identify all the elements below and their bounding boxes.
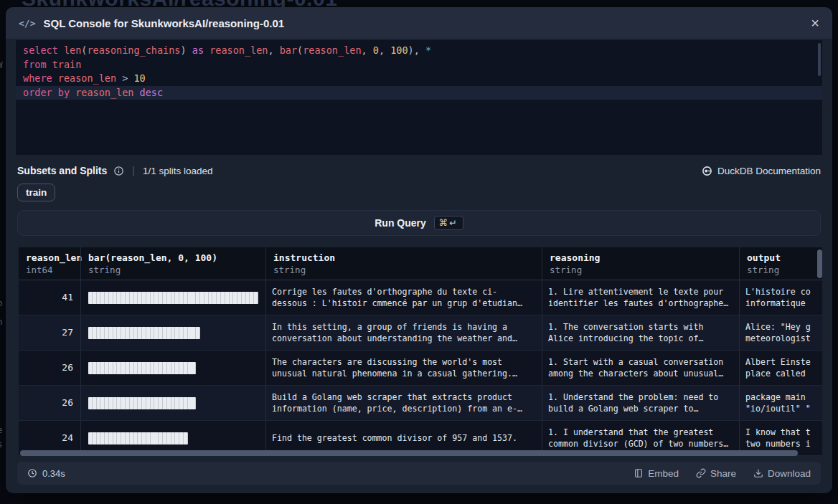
cell-reason-len: 26 — [19, 386, 80, 420]
cell-reasoning: 1. The conversation starts withAlice int… — [542, 315, 739, 350]
sql-line[interactable]: select len(reasoning_chains) as reason_l… — [16, 44, 822, 58]
cell-instruction: The characters are discussing the world'… — [265, 351, 542, 385]
table-row[interactable]: 27 In this setting, a group of friends i… — [19, 315, 822, 351]
sql-editor[interactable]: select len(reasoning_chains) as reason_l… — [16, 40, 822, 155]
footer-actions: Embed Share Download — [634, 468, 811, 479]
modal-footer: 0.34s Embed Share Download — [17, 462, 821, 485]
table-row[interactable]: 26 The characters are discussing the wor… — [19, 351, 822, 386]
splits-chip-row: train — [17, 184, 55, 201]
bar-visualization — [88, 327, 200, 339]
column-header-bar: bar(reason_len, 0, 100) string — [80, 247, 265, 280]
bar-visualization — [88, 432, 188, 444]
duckdb-documentation-label: DuckDB Documentation — [717, 166, 821, 176]
vertical-scrollbar-thumb[interactable] — [817, 249, 822, 278]
cell-bar — [80, 280, 265, 315]
sql-console-modal: </> SQL Console for SkunkworksAI/reasoni… — [6, 7, 832, 493]
table-body: 41 Corrige les fautes d'orthographe du t… — [19, 280, 822, 456]
cell-output: Alice: "Hey gmeteorologist — [739, 315, 822, 350]
link-icon — [696, 468, 706, 478]
sql-line[interactable]: where reason_len > 10 — [16, 72, 822, 86]
download-icon — [753, 468, 763, 478]
info-icon[interactable] — [113, 166, 124, 176]
column-header-output: output string — [739, 247, 822, 280]
duckdb-documentation-link[interactable]: DuckDB Documentation — [702, 166, 821, 176]
background-text-fragment: s — [0, 439, 6, 450]
keyboard-shortcut-badge: ⌘↵ — [434, 216, 463, 230]
duckdb-logo-icon — [702, 166, 712, 176]
table-vertical-scrollbar[interactable] — [817, 247, 822, 457]
background-text-fragment: e — [0, 424, 6, 435]
cell-instruction: In this setting, a group of friends is h… — [265, 315, 542, 350]
background-text-fragment: W — [0, 60, 6, 70]
sql-code: select len(reasoning_chains) as reason_l… — [16, 44, 822, 100]
background-text-fragment: h — [0, 316, 6, 327]
modal-title: SQL Console for SkunkworksAI/reasoning-0… — [43, 17, 284, 29]
cell-bar — [80, 351, 265, 385]
download-button[interactable]: Download — [753, 468, 811, 479]
cell-output: Albert Einsteplace called — [739, 351, 822, 385]
cell-output: package main "io/ioutil" " — [739, 386, 822, 420]
embed-button[interactable]: Embed — [634, 468, 679, 479]
cell-reasoning: 1. Lire attentivement le texte pourident… — [542, 280, 739, 315]
cell-output: L'histoire coinformatique — [739, 280, 822, 315]
cell-bar — [80, 315, 265, 350]
run-query-button[interactable]: Run Query ⌘↵ — [17, 210, 821, 236]
embed-icon — [634, 468, 644, 478]
splits-loaded-status: 1/1 splits loaded — [143, 166, 213, 176]
cell-instruction: Build a Golang web scraper that extracts… — [265, 386, 542, 420]
query-duration: 0.34s — [27, 468, 65, 479]
clock-icon — [27, 468, 37, 478]
cell-reason-len: 41 — [19, 280, 80, 315]
column-header-instruction: instruction string — [265, 247, 542, 280]
column-header-reasoning: reasoning string — [542, 247, 739, 280]
cell-reasoning: 1. Start with a casual conversationamong… — [542, 351, 739, 385]
cell-reasoning: 1. Understand the problem: need tobuild … — [542, 386, 739, 420]
subsets-row: Subsets and Splits | 1/1 splits loaded D… — [17, 163, 821, 179]
horizontal-scrollbar-thumb[interactable] — [20, 450, 798, 456]
cell-instruction: Corrige les fautes d'orthographe du text… — [265, 280, 542, 315]
cell-reason-len: 27 — [19, 315, 80, 350]
subsets-heading: Subsets and Splits — [17, 165, 107, 176]
sql-line[interactable]: from train — [16, 58, 822, 72]
run-query-label: Run Query — [375, 217, 426, 229]
close-icon[interactable]: × — [811, 16, 819, 30]
code-icon: </> — [19, 18, 35, 29]
divider: | — [131, 165, 136, 176]
modal-titlebar: </> SQL Console for SkunkworksAI/reasoni… — [6, 7, 832, 39]
sql-line[interactable]: order by reason_len desc — [16, 86, 822, 100]
bar-visualization — [88, 292, 258, 304]
results-table: reason_len int64 bar(reason_len, 0, 100)… — [19, 247, 822, 457]
table-row[interactable]: 26 Build a Golang web scraper that extra… — [19, 386, 822, 421]
cell-bar — [80, 386, 265, 420]
bar-visualization — [88, 362, 196, 374]
bar-visualization — [88, 397, 196, 409]
table-horizontal-scrollbar[interactable] — [20, 450, 814, 456]
share-button[interactable]: Share — [696, 468, 736, 479]
table-row[interactable]: 41 Corrige les fautes d'orthographe du t… — [19, 280, 822, 315]
background-text-fragment: b — [0, 298, 6, 308]
column-header-reason-len: reason_len int64 — [19, 247, 80, 280]
table-header-row: reason_len int64 bar(reason_len, 0, 100)… — [19, 247, 822, 280]
cell-reason-len: 26 — [19, 351, 80, 385]
split-chip-train[interactable]: train — [17, 184, 55, 201]
